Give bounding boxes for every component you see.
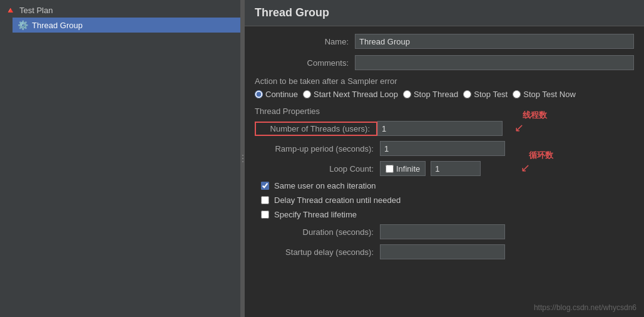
loop-count-label: Loop Count: <box>255 164 380 174</box>
action-stop-thread[interactable]: Stop Thread <box>403 90 458 99</box>
name-input[interactable] <box>355 34 634 49</box>
startup-delay-label: Startup delay (seconds): <box>255 247 380 257</box>
startup-delay-row: Startup delay (seconds): <box>255 244 634 259</box>
specify-lifetime-label: Specify Thread lifetime <box>274 210 357 219</box>
startup-delay-input[interactable] <box>380 244 505 259</box>
action-stop-thread-radio[interactable] <box>403 90 411 98</box>
comments-input[interactable] <box>355 55 634 70</box>
ramp-up-input[interactable] <box>380 141 505 156</box>
resize-dot-1 <box>242 155 243 156</box>
num-threads-label: Number of Threads (users): <box>255 122 377 136</box>
loop-count-row: Loop Count: Infinite 循环数 ↙ <box>255 161 634 176</box>
resize-dot-3 <box>242 161 243 162</box>
action-start-next[interactable]: Start Next Thread Loop <box>303 90 398 99</box>
loops-annotation: 循环数 <box>529 150 553 161</box>
same-user-row: Same user on each iteration <box>261 181 634 190</box>
loops-arrow: ↙ <box>521 161 530 175</box>
delay-creation-label: Delay Thread creation until needed <box>274 195 401 205</box>
action-stop-test-now-label: Stop Test Now <box>523 90 576 99</box>
panel-title: Thread Group <box>245 0 644 26</box>
loop-infinite-label: Infinite <box>396 164 420 174</box>
name-row: Name: <box>255 34 634 49</box>
delay-creation-checkbox[interactable] <box>261 196 269 204</box>
action-start-next-radio[interactable] <box>303 90 311 98</box>
threadgroup-icon: ⚙️ <box>18 20 28 30</box>
action-stop-test-radio[interactable] <box>463 90 471 98</box>
threadgroup-label: Thread Group <box>32 21 83 30</box>
action-continue-radio[interactable] <box>255 90 263 98</box>
name-label: Name: <box>255 37 355 46</box>
action-stop-thread-label: Stop Thread <box>414 90 458 99</box>
testplan-label: Test Plan <box>19 6 53 15</box>
action-continue[interactable]: Continue <box>255 90 298 99</box>
loop-infinite-checkbox[interactable] <box>386 165 394 173</box>
sidebar: 🔺 Test Plan ⚙️ Thread Group <box>0 0 241 317</box>
action-stop-test[interactable]: Stop Test <box>463 90 508 99</box>
sidebar-item-threadgroup[interactable]: ⚙️ Thread Group <box>13 18 240 33</box>
loop-count-input[interactable] <box>431 161 481 176</box>
threads-arrow: ↙ <box>514 121 524 135</box>
comments-row: Comments: <box>255 55 634 70</box>
main-content: Thread Group Name: Comments: Action to b… <box>245 0 644 317</box>
comments-label: Comments: <box>255 58 355 68</box>
num-threads-input[interactable] <box>377 121 503 136</box>
same-user-label: Same user on each iteration <box>274 181 376 190</box>
footer-url: https://blog.csdn.net/whycsdn6 <box>534 303 636 312</box>
action-section-header: Action to be taken after a Sampler error <box>255 76 634 86</box>
loop-infinite-box: Infinite <box>380 161 426 176</box>
action-stop-test-now-radio[interactable] <box>513 90 521 98</box>
testplan-icon: 🔺 <box>5 5 16 15</box>
specify-lifetime-row: Specify Thread lifetime <box>261 210 634 219</box>
action-start-next-label: Start Next Thread Loop <box>314 90 398 99</box>
duration-row: Duration (seconds): <box>255 224 634 239</box>
loop-controls: Infinite <box>380 161 481 176</box>
num-threads-row: Number of Threads (users): 线程数 ↙ <box>255 121 634 136</box>
duration-input[interactable] <box>380 224 505 239</box>
form-area: Name: Comments: Action to be taken after… <box>245 26 644 317</box>
action-stop-test-now[interactable]: Stop Test Now <box>513 90 576 99</box>
action-continue-label: Continue <box>265 90 298 99</box>
delay-creation-row: Delay Thread creation until needed <box>261 195 634 205</box>
resize-dot-2 <box>242 158 243 159</box>
same-user-checkbox[interactable] <box>261 182 269 190</box>
panel-title-text: Thread Group <box>255 6 329 19</box>
threads-annotation: 线程数 <box>523 110 547 121</box>
action-stop-test-label: Stop Test <box>474 90 508 99</box>
tree-panel: 🔺 Test Plan ⚙️ Thread Group <box>0 0 240 35</box>
action-row: Continue Start Next Thread Loop Stop Thr… <box>255 90 634 99</box>
ramp-up-row: Ramp-up period (seconds): <box>255 141 634 156</box>
sidebar-item-testplan[interactable]: 🔺 Test Plan <box>0 3 240 18</box>
thread-props-section-label: Thread Properties <box>255 107 634 116</box>
duration-label: Duration (seconds): <box>255 227 380 237</box>
specify-lifetime-checkbox[interactable] <box>261 210 269 219</box>
ramp-up-label: Ramp-up period (seconds): <box>255 144 380 153</box>
